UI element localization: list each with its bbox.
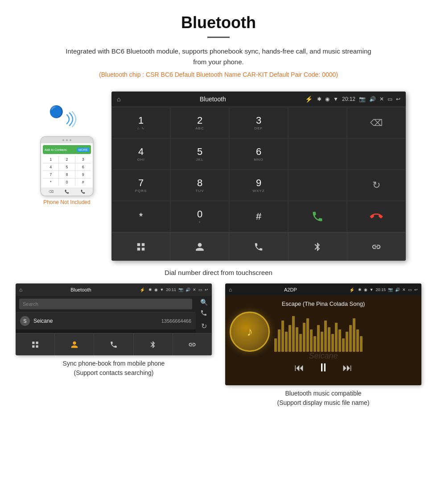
dialpad-grid: 1 ⌂ ∿ 2 ABC 3 DEF ⌫ 4 GHI 5 JKL bbox=[111, 107, 406, 232]
pb-search-side-icon[interactable]: 🔍 bbox=[200, 299, 208, 306]
music-vol-icon[interactable]: 🔊 bbox=[395, 287, 400, 292]
location-indicator: ◉ bbox=[325, 96, 330, 102]
pb-time: 20:11 bbox=[166, 287, 176, 292]
close-icon[interactable]: ✕ bbox=[379, 96, 384, 102]
pb-nav-grid[interactable] bbox=[16, 333, 55, 355]
phone-key-5: 5 bbox=[59, 163, 74, 171]
pb-main: Search S Seicane 13566664466 bbox=[16, 296, 196, 333]
car-nav-bt[interactable] bbox=[289, 233, 347, 261]
pb-vol-icon[interactable]: 🔊 bbox=[186, 287, 190, 292]
pb-usb-icon: ⚡ bbox=[140, 287, 145, 292]
phone-dot bbox=[62, 139, 64, 141]
call-green-icon bbox=[311, 210, 324, 223]
car-nav-call[interactable] bbox=[229, 233, 288, 261]
car-nav-grid[interactable] bbox=[111, 233, 170, 261]
dial-key-1[interactable]: 1 ⌂ ∿ bbox=[111, 107, 170, 138]
dial-call-red[interactable] bbox=[347, 201, 406, 232]
phone-key-4: 4 bbox=[43, 163, 58, 171]
volume-icon[interactable]: 🔊 bbox=[369, 96, 376, 102]
dial-key-0[interactable]: 0 + bbox=[170, 201, 229, 232]
phone-key-7: 7 bbox=[43, 171, 58, 178]
pb-title: Bluetooth bbox=[26, 287, 136, 292]
eq-bar bbox=[342, 338, 345, 352]
dial-empty-3 bbox=[347, 138, 406, 170]
svg-rect-7 bbox=[36, 345, 38, 347]
car-screen-title: Bluetooth bbox=[125, 96, 301, 103]
phone-key-hash: # bbox=[75, 179, 91, 186]
dial-key-5[interactable]: 5 JKL bbox=[170, 138, 229, 170]
pb-nav-phone[interactable] bbox=[94, 333, 133, 355]
eq-bar bbox=[360, 336, 363, 352]
pb-call-side-icon[interactable] bbox=[200, 309, 207, 318]
dial-key-hash[interactable]: # bbox=[229, 201, 288, 232]
car-nav-contacts[interactable] bbox=[170, 233, 229, 261]
music-body: Escape (The Pina Colada Song) ♪ Seicane … bbox=[225, 296, 421, 385]
music-win-icon[interactable]: ▭ bbox=[408, 287, 412, 292]
pb-contact-row: S Seicane 13566664466 bbox=[16, 312, 196, 329]
dial-key-8[interactable]: 8 TUV bbox=[170, 170, 229, 201]
music-wifi-icon: ▼ bbox=[370, 287, 374, 292]
music-album-art: ♪ bbox=[230, 312, 270, 352]
pb-contact-letter: S bbox=[20, 316, 30, 326]
phone-status-bar bbox=[41, 137, 93, 143]
dial-key-7[interactable]: 7 PQRS bbox=[111, 170, 170, 201]
dial-key-6[interactable]: 6 MNO bbox=[229, 138, 288, 170]
phone-key-1: 1 bbox=[43, 156, 58, 163]
pb-close-icon[interactable]: ✕ bbox=[193, 287, 196, 292]
pb-home-icon[interactable]: ⌂ bbox=[19, 287, 22, 293]
phonebook-caption: Sync phone-book from mobile phone (Suppo… bbox=[63, 359, 165, 378]
phone-dot bbox=[70, 139, 71, 141]
dial-key-3[interactable]: 3 DEF bbox=[229, 107, 288, 138]
music-status-right: ✱ ◉ ▼ 20:15 📷 🔊 ✕ ▭ ↩ bbox=[358, 287, 418, 292]
dial-refresh[interactable]: ↻ bbox=[347, 170, 406, 201]
pb-search-input[interactable]: Search bbox=[19, 299, 192, 309]
dial-key-4[interactable]: 4 GHI bbox=[111, 138, 170, 170]
music-song-title: Escape (The Pina Colada Song) bbox=[282, 300, 365, 307]
car-nav-link[interactable] bbox=[347, 233, 406, 261]
phone-illustration: 🔵 Add to Contacts MORE 1 2 bbox=[31, 105, 103, 205]
pb-contact-number: 13566664466 bbox=[161, 318, 191, 324]
grid-icon bbox=[136, 242, 146, 252]
dial-call-green[interactable] bbox=[288, 201, 347, 232]
eq-bar bbox=[310, 329, 313, 352]
back-icon[interactable]: ↩ bbox=[396, 96, 400, 102]
car-dialpad-screen: ⌂ Bluetooth ⚡ ✱ ◉ ▼ 20:12 📷 🔊 ✕ ▭ ↩ 1 ⌂ … bbox=[111, 92, 406, 261]
pb-nav-bt[interactable] bbox=[134, 333, 173, 355]
window-icon[interactable]: ▭ bbox=[388, 96, 392, 102]
pb-link-nav-icon bbox=[188, 341, 196, 349]
phone-green-bar: Add to Contacts MORE bbox=[43, 145, 91, 154]
phone-bottom-icon-3: 📞 bbox=[81, 190, 85, 194]
music-bt-icon: ✱ bbox=[358, 287, 362, 292]
pb-win-icon[interactable]: ▭ bbox=[198, 287, 202, 292]
dial-key-9[interactable]: 9 WXYZ bbox=[229, 170, 288, 201]
pb-back-icon[interactable]: ↩ bbox=[205, 287, 208, 292]
eq-bar bbox=[281, 321, 284, 352]
music-back-icon[interactable]: ↩ bbox=[414, 287, 418, 292]
wifi-waves-icon bbox=[62, 106, 80, 128]
main-screen-area: 🔵 Add to Contacts MORE 1 2 bbox=[0, 87, 437, 265]
dial-key-star[interactable]: * bbox=[111, 201, 170, 232]
eq-bar bbox=[296, 327, 298, 352]
music-close-icon[interactable]: ✕ bbox=[402, 287, 406, 292]
dial-key-2[interactable]: 2 ABC bbox=[170, 107, 229, 138]
bottom-screens: ⌂ Bluetooth ⚡ ✱ ◉ ▼ 20:11 📷 🔊 ✕ ▭ ↩ bbox=[0, 283, 437, 417]
music-next-btn[interactable]: ⏭ bbox=[342, 362, 352, 374]
phonebook-screen: ⌂ Bluetooth ⚡ ✱ ◉ ▼ 20:11 📷 🔊 ✕ ▭ ↩ bbox=[16, 283, 212, 355]
pb-nav-link[interactable] bbox=[173, 333, 212, 355]
music-prev-btn[interactable]: ⏮ bbox=[294, 362, 304, 374]
pb-wifi-icon: ▼ bbox=[160, 287, 164, 292]
bluetooth-nav-icon bbox=[313, 242, 322, 252]
phone-bar-text: Add to Contacts bbox=[45, 148, 67, 151]
dial-backspace[interactable]: ⌫ bbox=[347, 107, 406, 138]
music-play-btn[interactable]: ⏸ bbox=[317, 361, 329, 375]
pb-status-bar: ⌂ Bluetooth ⚡ ✱ ◉ ▼ 20:11 📷 🔊 ✕ ▭ ↩ bbox=[16, 283, 212, 296]
pb-refresh-side-icon[interactable]: ↻ bbox=[201, 322, 207, 330]
car-home-icon[interactable]: ⌂ bbox=[117, 96, 120, 103]
eq-bar bbox=[335, 323, 338, 352]
phone-bottom-icon-2: 📞 bbox=[65, 190, 69, 194]
eq-bar bbox=[321, 332, 323, 352]
pb-nav-person[interactable] bbox=[55, 333, 94, 355]
music-time: 20:15 bbox=[375, 287, 386, 292]
phone-bottom-bar: ⌫ 📞 📞 bbox=[41, 187, 93, 196]
music-home-icon[interactable]: ⌂ bbox=[229, 287, 232, 293]
